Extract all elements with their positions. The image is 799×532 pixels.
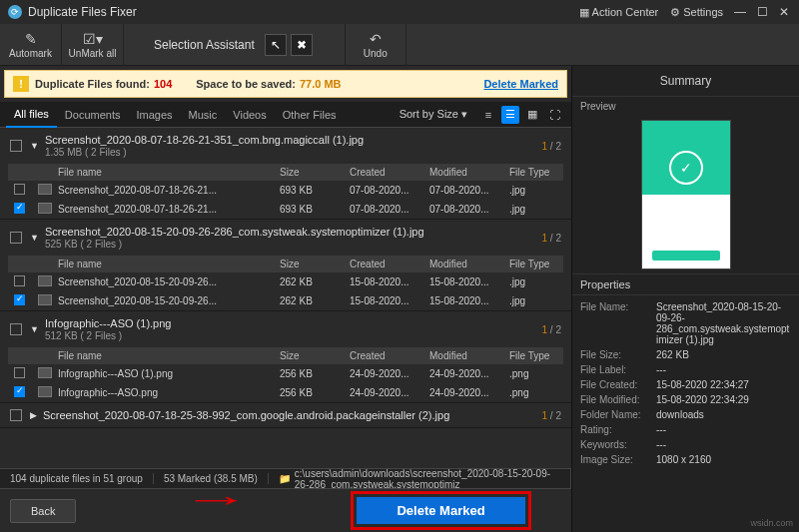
undo-button[interactable]: ↶Undo xyxy=(345,24,406,66)
table-row[interactable]: Screenshot_2020-08-15-20-09-26... 262 KB… xyxy=(8,291,563,310)
table-row[interactable]: Screenshot_2020-08-07-18-26-21... 693 KB… xyxy=(8,200,563,219)
annotation-arrow-icon: → xyxy=(181,481,251,518)
property-key: File Label: xyxy=(580,364,656,375)
row-checkbox[interactable] xyxy=(14,367,25,378)
summary-banner: ! Duplicate Files found: 104 Space to be… xyxy=(4,70,567,98)
property-value: 15-08-2020 22:34:27 xyxy=(656,379,791,390)
app-title: Duplicate Files Fixer xyxy=(28,5,137,19)
row-checkbox[interactable] xyxy=(14,275,25,286)
unmark-all-button[interactable]: ☑▾UnMark all xyxy=(62,24,124,66)
delete-marked-link[interactable]: Delete Marked xyxy=(483,78,558,90)
property-row: Rating:--- xyxy=(580,422,791,437)
table-row[interactable]: Screenshot_2020-08-15-20-09-26... 262 KB… xyxy=(8,272,563,291)
tab-other[interactable]: Other Files xyxy=(275,102,345,128)
property-key: Rating: xyxy=(580,424,656,435)
group-checkbox[interactable] xyxy=(10,140,22,152)
preview-container xyxy=(572,116,799,273)
settings-link[interactable]: ⚙Settings xyxy=(670,6,723,19)
file-type: .jpg xyxy=(503,276,563,287)
table-row[interactable]: Infographic---ASO (1).png 256 KB 24-09-2… xyxy=(8,364,563,383)
file-name: Infographic---ASO (1).png xyxy=(52,368,274,379)
group-checkbox[interactable] xyxy=(10,232,22,244)
row-checkbox[interactable] xyxy=(14,294,25,305)
file-size: 262 KB xyxy=(274,276,344,287)
action-center-link[interactable]: ▦Action Center xyxy=(579,6,659,19)
file-size: 693 KB xyxy=(274,185,344,196)
app-logo-icon: ⟳ xyxy=(8,5,22,19)
back-button[interactable]: Back xyxy=(10,499,76,523)
tab-music[interactable]: Music xyxy=(181,102,226,128)
view-fullscreen[interactable]: ⛶ xyxy=(545,106,563,124)
table-header: File nameSizeCreatedModifiedFile Type xyxy=(8,164,563,181)
tab-videos[interactable]: Videos xyxy=(225,102,274,128)
row-checkbox[interactable] xyxy=(14,203,25,214)
group-header[interactable]: ▶ Screenshot_2020-08-07-18-25-38-992_com… xyxy=(0,403,571,427)
property-row: File Size:262 KB xyxy=(580,347,791,362)
file-name: Screenshot_2020-08-07-18-26-21... xyxy=(52,185,274,196)
property-row: File Created:15-08-2020 22:34:27 xyxy=(580,377,791,392)
chevron-right-icon: ▶ xyxy=(30,410,37,420)
tab-all-files[interactable]: All files xyxy=(6,102,57,128)
file-modified: 24-09-2020... xyxy=(423,368,503,379)
property-value: downloads xyxy=(656,409,791,420)
selection-tool-1[interactable]: ↖ xyxy=(265,34,287,56)
property-key: Keywords: xyxy=(580,439,656,450)
property-key: Image Size: xyxy=(580,454,656,465)
sort-dropdown[interactable]: Sort by Size ▾ xyxy=(400,108,467,121)
view-details[interactable]: ☰ xyxy=(501,106,519,124)
group-header[interactable]: ▼ Infographic---ASO (1).png512 KB ( 2 Fi… xyxy=(0,311,571,347)
thumbnail-icon xyxy=(38,203,52,214)
file-name: Screenshot_2020-08-15-20-09-26... xyxy=(52,295,274,306)
warning-icon: ! xyxy=(13,76,29,92)
arrow-icon: ↖ xyxy=(271,38,281,52)
selection-tool-2[interactable]: ✖ xyxy=(291,34,313,56)
row-checkbox[interactable] xyxy=(14,386,25,397)
file-created: 15-08-2020... xyxy=(344,295,423,306)
group-header[interactable]: ▼ Screenshot_2020-08-07-18-26-21-351_com… xyxy=(0,128,571,164)
group-checkbox[interactable] xyxy=(10,323,22,335)
grid-icon: ▦ xyxy=(579,6,589,19)
row-checkbox[interactable] xyxy=(14,184,25,195)
file-type: .png xyxy=(503,368,563,379)
file-created: 07-08-2020... xyxy=(344,185,423,196)
view-grid[interactable]: ▦ xyxy=(523,106,541,124)
file-name: Infographic---ASO.png xyxy=(52,387,274,398)
chevron-down-icon: ▼ xyxy=(30,324,39,334)
table-row[interactable]: Infographic---ASO.png 256 KB 24-09-2020.… xyxy=(8,383,563,402)
thumbnail-icon xyxy=(38,367,52,378)
property-row: File Modified:15-08-2020 22:34:29 xyxy=(580,392,791,407)
footer: Back → Delete Marked xyxy=(0,488,571,532)
tab-documents[interactable]: Documents xyxy=(57,102,129,128)
file-modified: 24-09-2020... xyxy=(423,387,503,398)
group-header[interactable]: ▼ Screenshot_2020-08-15-20-09-26-286_com… xyxy=(0,220,571,256)
view-list[interactable]: ≡ xyxy=(479,106,497,124)
minimize-button[interactable]: — xyxy=(729,2,751,22)
thumbnail-icon xyxy=(38,184,52,195)
property-row: Image Size:1080 x 2160 xyxy=(580,452,791,467)
file-modified: 07-08-2020... xyxy=(423,204,503,215)
status-duplicates: 104 duplicate files in 51 group xyxy=(0,473,154,484)
property-row: Keywords:--- xyxy=(580,437,791,452)
thumbnail-icon xyxy=(38,294,52,305)
summary-header: Summary xyxy=(572,66,799,97)
folder-icon: 📁 xyxy=(279,473,291,484)
file-created: 24-09-2020... xyxy=(344,387,423,398)
group-name: Infographic---ASO (1).png512 KB ( 2 File… xyxy=(45,317,522,341)
table-header: File nameSizeCreatedModifiedFile Type xyxy=(8,256,563,272)
property-row: File Name:Screenshot_2020-08-15-20-09-26… xyxy=(580,299,791,347)
table-row[interactable]: Screenshot_2020-08-07-18-26-21... 693 KB… xyxy=(8,181,563,200)
space-label: Space to be saved: xyxy=(196,78,296,90)
file-size: 256 KB xyxy=(274,387,344,398)
found-count: 104 xyxy=(154,78,172,90)
file-modified: 07-08-2020... xyxy=(423,185,503,196)
group-checkbox[interactable] xyxy=(10,409,22,421)
maximize-button[interactable]: ☐ xyxy=(751,2,773,22)
automark-button[interactable]: ✎Automark xyxy=(0,24,62,66)
file-type: .jpg xyxy=(503,185,563,196)
group-name: Screenshot_2020-08-15-20-09-26-286_com.s… xyxy=(45,226,522,250)
undo-icon: ↶ xyxy=(370,31,382,47)
delete-marked-button[interactable]: Delete Marked xyxy=(357,497,524,524)
close-button[interactable]: ✕ xyxy=(773,2,795,22)
tab-images[interactable]: Images xyxy=(128,102,180,128)
file-size: 693 KB xyxy=(274,204,344,215)
